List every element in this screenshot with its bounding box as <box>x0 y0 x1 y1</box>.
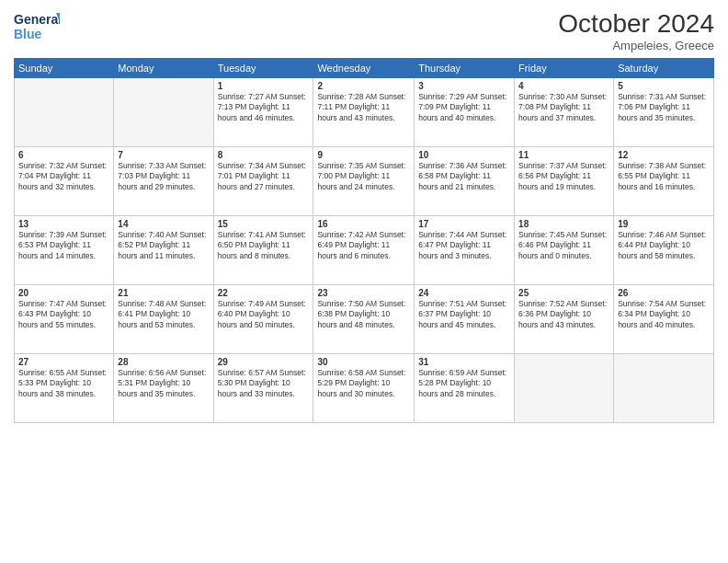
day-info: Sunrise: 6:55 AM Sunset: 5:33 PM Dayligh… <box>18 368 109 399</box>
calendar-week-row: 27Sunrise: 6:55 AM Sunset: 5:33 PM Dayli… <box>15 354 714 423</box>
day-number: 27 <box>18 357 109 367</box>
calendar-cell: 10Sunrise: 7:36 AM Sunset: 6:58 PM Dayli… <box>415 147 515 216</box>
calendar-cell: 6Sunrise: 7:32 AM Sunset: 7:04 PM Daylig… <box>15 147 114 216</box>
logo: General Blue <box>14 9 60 44</box>
day-info: Sunrise: 7:45 AM Sunset: 6:46 PM Dayligh… <box>518 230 609 261</box>
day-number: 24 <box>418 288 510 298</box>
calendar-header-row: SundayMondayTuesdayWednesdayThursdayFrid… <box>15 59 714 78</box>
weekday-header: Monday <box>114 59 213 78</box>
day-number: 19 <box>618 219 710 229</box>
day-info: Sunrise: 7:51 AM Sunset: 6:37 PM Dayligh… <box>418 299 510 330</box>
calendar-cell: 28Sunrise: 6:56 AM Sunset: 5:31 PM Dayli… <box>114 354 213 423</box>
calendar-cell: 29Sunrise: 6:57 AM Sunset: 5:30 PM Dayli… <box>213 354 313 423</box>
day-info: Sunrise: 6:56 AM Sunset: 5:31 PM Dayligh… <box>118 368 209 399</box>
day-info: Sunrise: 7:33 AM Sunset: 7:03 PM Dayligh… <box>118 161 209 192</box>
calendar-cell: 24Sunrise: 7:51 AM Sunset: 6:37 PM Dayli… <box>415 285 515 354</box>
day-number: 7 <box>118 150 209 160</box>
logo-svg: General Blue <box>14 9 60 44</box>
calendar-week-row: 20Sunrise: 7:47 AM Sunset: 6:43 PM Dayli… <box>15 285 714 354</box>
calendar-cell: 17Sunrise: 7:44 AM Sunset: 6:47 PM Dayli… <box>415 216 515 285</box>
day-info: Sunrise: 6:57 AM Sunset: 5:30 PM Dayligh… <box>218 368 310 399</box>
calendar-cell <box>114 78 213 147</box>
day-number: 22 <box>218 288 310 298</box>
month-title: October 2024 <box>558 9 714 39</box>
weekday-header: Thursday <box>415 59 515 78</box>
svg-text:General: General <box>14 12 60 27</box>
calendar-cell: 25Sunrise: 7:52 AM Sunset: 6:36 PM Dayli… <box>515 285 614 354</box>
day-info: Sunrise: 7:50 AM Sunset: 6:38 PM Dayligh… <box>317 299 410 330</box>
calendar-cell: 14Sunrise: 7:40 AM Sunset: 6:52 PM Dayli… <box>114 216 213 285</box>
calendar-cell: 12Sunrise: 7:38 AM Sunset: 6:55 PM Dayli… <box>614 147 714 216</box>
day-info: Sunrise: 7:46 AM Sunset: 6:44 PM Dayligh… <box>618 230 710 261</box>
calendar-cell: 21Sunrise: 7:48 AM Sunset: 6:41 PM Dayli… <box>114 285 213 354</box>
weekday-header: Wednesday <box>313 59 415 78</box>
weekday-header: Friday <box>515 59 614 78</box>
calendar-cell: 2Sunrise: 7:28 AM Sunset: 7:11 PM Daylig… <box>313 78 415 147</box>
calendar-cell: 15Sunrise: 7:41 AM Sunset: 6:50 PM Dayli… <box>213 216 313 285</box>
day-number: 6 <box>18 150 109 160</box>
day-info: Sunrise: 7:38 AM Sunset: 6:55 PM Dayligh… <box>618 161 710 192</box>
day-number: 2 <box>317 81 410 91</box>
day-info: Sunrise: 7:32 AM Sunset: 7:04 PM Dayligh… <box>18 161 109 192</box>
calendar-cell: 9Sunrise: 7:35 AM Sunset: 7:00 PM Daylig… <box>313 147 415 216</box>
weekday-header: Tuesday <box>213 59 313 78</box>
day-number: 26 <box>618 288 710 298</box>
day-info: Sunrise: 7:28 AM Sunset: 7:11 PM Dayligh… <box>317 92 410 123</box>
svg-text:Blue: Blue <box>14 27 42 41</box>
calendar-cell: 22Sunrise: 7:49 AM Sunset: 6:40 PM Dayli… <box>213 285 313 354</box>
day-number: 14 <box>118 219 209 229</box>
day-info: Sunrise: 7:52 AM Sunset: 6:36 PM Dayligh… <box>518 299 609 330</box>
day-number: 5 <box>618 81 710 91</box>
day-info: Sunrise: 7:37 AM Sunset: 6:56 PM Dayligh… <box>518 161 609 192</box>
day-info: Sunrise: 7:42 AM Sunset: 6:49 PM Dayligh… <box>317 230 410 261</box>
weekday-header: Saturday <box>614 59 714 78</box>
calendar-cell: 30Sunrise: 6:58 AM Sunset: 5:29 PM Dayli… <box>313 354 415 423</box>
day-info: Sunrise: 7:30 AM Sunset: 7:08 PM Dayligh… <box>518 92 609 123</box>
calendar-table: SundayMondayTuesdayWednesdayThursdayFrid… <box>14 58 714 423</box>
calendar-week-row: 13Sunrise: 7:39 AM Sunset: 6:53 PM Dayli… <box>15 216 714 285</box>
calendar-cell: 27Sunrise: 6:55 AM Sunset: 5:33 PM Dayli… <box>15 354 114 423</box>
day-number: 1 <box>218 81 310 91</box>
day-number: 4 <box>518 81 609 91</box>
weekday-header: Sunday <box>15 59 114 78</box>
day-number: 21 <box>118 288 209 298</box>
day-number: 31 <box>418 357 510 367</box>
day-number: 15 <box>218 219 310 229</box>
header: General Blue October 2024 Ampeleies, Gre… <box>14 9 714 52</box>
day-number: 9 <box>317 150 410 160</box>
day-info: Sunrise: 7:49 AM Sunset: 6:40 PM Dayligh… <box>218 299 310 330</box>
calendar-cell: 4Sunrise: 7:30 AM Sunset: 7:08 PM Daylig… <box>515 78 614 147</box>
day-info: Sunrise: 7:44 AM Sunset: 6:47 PM Dayligh… <box>418 230 510 261</box>
day-info: Sunrise: 6:59 AM Sunset: 5:28 PM Dayligh… <box>418 368 510 399</box>
calendar-week-row: 6Sunrise: 7:32 AM Sunset: 7:04 PM Daylig… <box>15 147 714 216</box>
calendar-cell: 19Sunrise: 7:46 AM Sunset: 6:44 PM Dayli… <box>614 216 714 285</box>
day-number: 28 <box>118 357 209 367</box>
day-info: Sunrise: 7:27 AM Sunset: 7:13 PM Dayligh… <box>218 92 310 123</box>
day-number: 18 <box>518 219 609 229</box>
day-info: Sunrise: 7:54 AM Sunset: 6:34 PM Dayligh… <box>618 299 710 330</box>
day-info: Sunrise: 7:47 AM Sunset: 6:43 PM Dayligh… <box>18 299 109 330</box>
day-info: Sunrise: 7:41 AM Sunset: 6:50 PM Dayligh… <box>218 230 310 261</box>
calendar-cell <box>15 78 114 147</box>
calendar-cell: 31Sunrise: 6:59 AM Sunset: 5:28 PM Dayli… <box>415 354 515 423</box>
page: General Blue October 2024 Ampeleies, Gre… <box>0 0 728 563</box>
day-number: 13 <box>18 219 109 229</box>
calendar-cell <box>515 354 614 423</box>
day-number: 11 <box>518 150 609 160</box>
day-number: 30 <box>317 357 410 367</box>
calendar-cell: 18Sunrise: 7:45 AM Sunset: 6:46 PM Dayli… <box>515 216 614 285</box>
day-info: Sunrise: 7:40 AM Sunset: 6:52 PM Dayligh… <box>118 230 209 261</box>
location: Ampeleies, Greece <box>558 39 714 52</box>
day-info: Sunrise: 6:58 AM Sunset: 5:29 PM Dayligh… <box>317 368 410 399</box>
day-info: Sunrise: 7:31 AM Sunset: 7:06 PM Dayligh… <box>618 92 710 123</box>
day-info: Sunrise: 7:29 AM Sunset: 7:09 PM Dayligh… <box>418 92 510 123</box>
calendar-cell: 26Sunrise: 7:54 AM Sunset: 6:34 PM Dayli… <box>614 285 714 354</box>
calendar-week-row: 1Sunrise: 7:27 AM Sunset: 7:13 PM Daylig… <box>15 78 714 147</box>
calendar-cell: 11Sunrise: 7:37 AM Sunset: 6:56 PM Dayli… <box>515 147 614 216</box>
day-number: 8 <box>218 150 310 160</box>
calendar-cell: 23Sunrise: 7:50 AM Sunset: 6:38 PM Dayli… <box>313 285 415 354</box>
day-number: 23 <box>317 288 410 298</box>
calendar-cell: 20Sunrise: 7:47 AM Sunset: 6:43 PM Dayli… <box>15 285 114 354</box>
day-info: Sunrise: 7:35 AM Sunset: 7:00 PM Dayligh… <box>317 161 410 192</box>
day-number: 3 <box>418 81 510 91</box>
